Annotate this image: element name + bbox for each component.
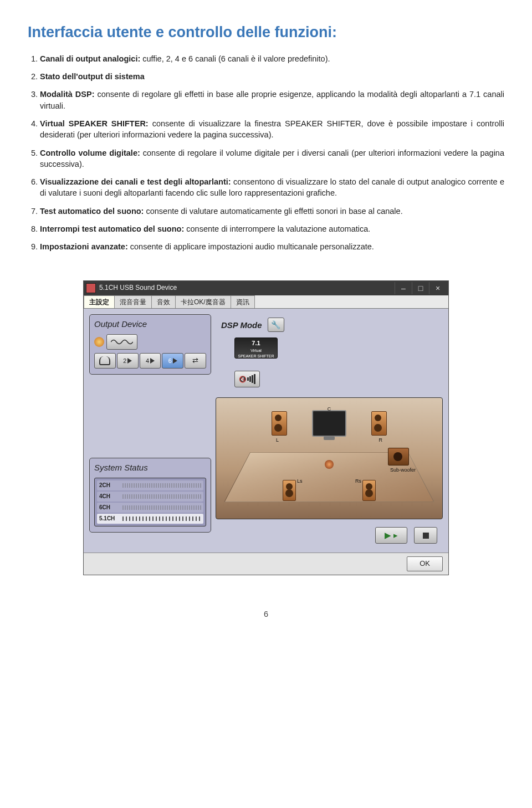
listener-dot[interactable] xyxy=(325,460,334,469)
speaker-icon xyxy=(150,358,155,364)
swap-channels-button[interactable]: ⇄ xyxy=(185,353,206,369)
titlebar: 5.1CH USB Sound Device – □ × xyxy=(84,281,448,295)
monitor-icon xyxy=(312,410,346,437)
app-screenshot: 5.1CH USB Sound Device – □ × 主設定 混音音量 音效… xyxy=(83,280,449,575)
speaker-right[interactable] xyxy=(371,411,387,436)
list-item: Controllo volume digitale: consente di r… xyxy=(40,147,504,170)
channel-4-button[interactable]: 4 xyxy=(140,353,161,369)
list-item: Interrompi test automatico del suono: co… xyxy=(40,223,504,234)
tab-effects[interactable]: 音效 xyxy=(151,295,176,309)
tab-bar: 主設定 混音音量 音效 卡拉OK/魔音器 資訊 xyxy=(84,295,448,309)
tab-mixer[interactable]: 混音音量 xyxy=(114,295,152,309)
ok-button[interactable]: OK xyxy=(407,556,443,571)
speaker-icon xyxy=(127,358,132,364)
window-body: Output Device 2 4 6 ⇄ xyxy=(84,309,448,553)
list-item: Visualizzazione dei canali e test degli … xyxy=(40,176,504,199)
label-rs: Rs xyxy=(355,478,361,485)
auto-test-stop-button[interactable] xyxy=(414,527,437,544)
headphone-button[interactable] xyxy=(94,353,116,369)
label-center: C xyxy=(328,406,331,413)
status-row-6ch: 6CH xyxy=(97,503,203,513)
auto-test-play-button[interactable]: ▶ ▸ xyxy=(375,527,407,544)
system-status-panel: System Status 2CH 4CH 6CH 5.1CH xyxy=(89,458,211,533)
list-item: Stato dell'output di sistema xyxy=(40,71,504,82)
status-row-51ch: 5.1CH xyxy=(97,514,203,524)
system-status-label: System Status xyxy=(94,462,206,473)
label-ls: Ls xyxy=(297,478,303,485)
close-button[interactable]: × xyxy=(429,282,446,294)
subwoofer[interactable] xyxy=(388,448,409,466)
footer-bar: OK xyxy=(84,553,448,574)
channel-2-button[interactable]: 2 xyxy=(117,353,139,369)
maximize-button[interactable]: □ xyxy=(412,282,429,294)
window-title: 5.1CH USB Sound Device xyxy=(99,283,177,293)
analog-output-button[interactable] xyxy=(106,334,137,350)
speaker-right-surround[interactable] xyxy=(362,480,376,501)
speaker-stage: L C R Sub-woofer Ls Rs xyxy=(216,397,443,519)
app-icon xyxy=(86,283,96,293)
output-device-panel: Output Device 2 4 6 ⇄ xyxy=(89,314,211,375)
swap-icon: ⇄ xyxy=(192,356,198,366)
speaker-left-surround[interactable] xyxy=(283,480,296,501)
feature-list: Canali di output analogici: cuffie, 2, 4… xyxy=(28,53,504,253)
minimize-button[interactable]: – xyxy=(395,282,412,294)
virtual-speaker-shifter-button[interactable]: 7.1 Virtual SPEAKER SHIFTER xyxy=(234,337,278,359)
mute-icon: 🔇 xyxy=(239,375,247,383)
dsp-mode-label: DSP Mode xyxy=(221,319,262,331)
advanced-settings-button[interactable]: 🔧 xyxy=(268,318,284,332)
play-icon: ▶ xyxy=(385,530,391,541)
output-device-label: Output Device xyxy=(94,318,206,330)
speaker-icon xyxy=(173,358,177,364)
list-item: Canali di output analogici: cuffie, 2, 4… xyxy=(40,53,504,64)
list-item: Virtual SPEAKER SHIFTER: consente di vis… xyxy=(40,118,504,141)
channel-6-button[interactable]: 6 xyxy=(162,353,183,369)
label-left: L xyxy=(276,437,279,444)
digital-volume-button[interactable]: 🔇 xyxy=(234,371,260,387)
label-sub: Sub-woofer xyxy=(390,467,416,474)
app-window: 5.1CH USB Sound Device – □ × 主設定 混音音量 音效… xyxy=(83,280,449,575)
page-number: 6 xyxy=(28,608,504,620)
list-item: Test automatico del suono: consente di v… xyxy=(40,206,504,217)
status-row-2ch: 2CH xyxy=(97,480,203,490)
stop-icon xyxy=(423,533,429,539)
tab-main[interactable]: 主設定 xyxy=(84,295,115,309)
wrench-icon: 🔧 xyxy=(271,320,280,331)
label-right: R xyxy=(379,437,383,444)
tab-info[interactable]: 資訊 xyxy=(231,295,255,309)
list-item: Modalità DSP: consente di regolare gli e… xyxy=(40,89,504,111)
speaker-left[interactable] xyxy=(272,411,287,436)
next-icon: ▸ xyxy=(393,530,398,541)
list-item: Impostazioni avanzate: consente di appli… xyxy=(40,241,504,252)
page-heading: Interfaccia utente e controllo delle fun… xyxy=(28,22,504,43)
speaker-icon xyxy=(94,337,104,347)
status-row-4ch: 4CH xyxy=(97,492,203,502)
tab-karaoke[interactable]: 卡拉OK/魔音器 xyxy=(175,295,231,309)
headphone-icon xyxy=(99,356,110,365)
